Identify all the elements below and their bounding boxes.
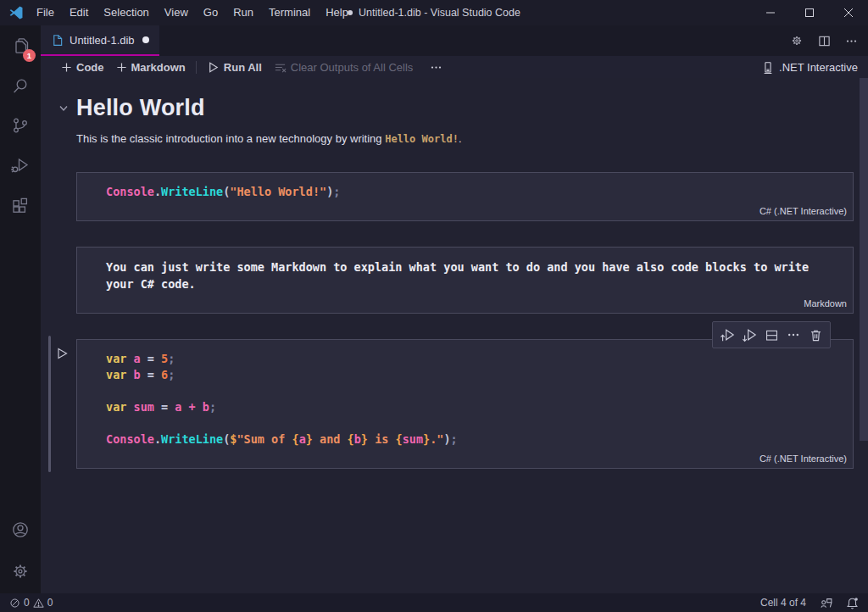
cell-list: Hello World This is the classic introduc… bbox=[41, 95, 868, 469]
execute-below-cells-button[interactable] bbox=[740, 325, 759, 344]
split-editor-icon[interactable] bbox=[818, 35, 831, 47]
kernel-picker[interactable]: .NET Interactive bbox=[761, 61, 868, 74]
status-bar-right: Cell 4 of 4 bbox=[760, 597, 859, 609]
code-cell-1: Console.WriteLine("Hello World!"); C# (.… bbox=[76, 172, 854, 221]
close-button[interactable] bbox=[829, 0, 868, 25]
delete-cell-trash-icon[interactable] bbox=[806, 325, 825, 344]
split-cell-button[interactable] bbox=[762, 325, 781, 344]
minimize-button[interactable] bbox=[751, 0, 790, 25]
feedback-icon[interactable] bbox=[820, 597, 832, 609]
menu-terminal[interactable]: Terminal bbox=[261, 0, 318, 25]
tab-dirty-dot-icon[interactable] bbox=[142, 36, 149, 43]
add-markdown-cell-button[interactable]: Markdown bbox=[110, 61, 192, 74]
window-title-text: Untitled-1.dib - Visual Studio Code bbox=[359, 7, 520, 19]
status-bar: 0 0 Cell 4 of 4 bbox=[0, 593, 868, 612]
configure-gear-icon[interactable] bbox=[790, 34, 804, 47]
run-debug-icon[interactable] bbox=[0, 145, 41, 185]
code-editor-area[interactable]: var a = 5;var b = 6; var sum = a + b; Co… bbox=[77, 340, 853, 448]
vertical-scrollbar[interactable] bbox=[860, 78, 868, 441]
source-control-icon[interactable] bbox=[0, 105, 41, 145]
markdown-cell-rendered[interactable]: Hello World This is the classic introduc… bbox=[76, 95, 854, 145]
execute-above-cells-button[interactable] bbox=[718, 325, 737, 344]
menu-file[interactable]: File bbox=[29, 0, 62, 25]
add-code-cell-button[interactable]: Code bbox=[55, 61, 110, 74]
paragraph-text-end: . bbox=[459, 132, 462, 145]
markdown-cell-source: You can just write some Markdown to expl… bbox=[76, 247, 854, 314]
explorer-badge: 1 bbox=[23, 49, 36, 62]
warning-count: 0 bbox=[47, 597, 53, 609]
clear-outputs-label: Clear Outputs of All Cells bbox=[291, 61, 414, 74]
vscode-window: File Edit Selection View Go Run Terminal… bbox=[0, 0, 868, 612]
search-icon[interactable] bbox=[0, 65, 41, 105]
paragraph-text: This is the classic introduction into a … bbox=[76, 132, 385, 145]
tab-label: Untitled-1.dib bbox=[70, 34, 135, 47]
account-icon[interactable] bbox=[0, 509, 41, 549]
markdown-heading: Hello World bbox=[76, 95, 854, 121]
kernel-label: .NET Interactive bbox=[779, 61, 858, 74]
collapse-chevron-down-icon[interactable] bbox=[58, 103, 70, 114]
error-count: 0 bbox=[24, 597, 30, 609]
explorer-icon[interactable]: 1 bbox=[0, 25, 41, 65]
settings-gear-icon[interactable] bbox=[0, 549, 41, 593]
cell-focus-indicator[interactable] bbox=[48, 336, 51, 472]
maximize-button[interactable] bbox=[790, 0, 829, 25]
unsaved-dot-icon bbox=[348, 10, 353, 15]
warnings-icon bbox=[33, 598, 44, 609]
vscode-logo-icon bbox=[8, 5, 24, 20]
activity-bar: 1 bbox=[0, 25, 41, 593]
notebook-more-actions-icon[interactable] bbox=[424, 61, 448, 74]
run-all-button[interactable]: Run All bbox=[201, 61, 268, 74]
menu-selection[interactable]: Selection bbox=[96, 0, 156, 25]
extensions-icon[interactable] bbox=[0, 185, 41, 225]
notifications-bell-icon[interactable] bbox=[846, 597, 859, 609]
menu-go[interactable]: Go bbox=[196, 0, 225, 25]
code-editor-area[interactable]: Console.WriteLine("Hello World!"); bbox=[77, 173, 853, 200]
editor-more-actions-icon[interactable] bbox=[845, 35, 858, 47]
notebook-editor: Hello World This is the classic introduc… bbox=[41, 78, 868, 593]
add-code-label: Code bbox=[76, 61, 104, 74]
markdown-paragraph: This is the classic introduction into a … bbox=[76, 132, 854, 145]
menu-view[interactable]: View bbox=[157, 0, 196, 25]
cell-more-actions-icon[interactable] bbox=[784, 325, 803, 344]
menu-run[interactable]: Run bbox=[225, 0, 261, 25]
tab-bar: Untitled-1.dib bbox=[41, 25, 868, 56]
notebook-toolbar: Code Markdown Run All Clear Outputs of A… bbox=[41, 56, 868, 78]
tab-untitled-1[interactable]: Untitled-1.dib bbox=[41, 25, 159, 56]
menu-bar: File Edit Selection View Go Run Terminal… bbox=[29, 0, 356, 25]
run-all-label: Run All bbox=[224, 61, 262, 74]
clear-outputs-button[interactable]: Clear Outputs of All Cells bbox=[268, 61, 420, 74]
toolbar-divider bbox=[196, 61, 197, 74]
run-cell-button[interactable] bbox=[55, 347, 69, 360]
cell-language-picker[interactable]: Markdown bbox=[77, 292, 853, 313]
tab-file-icon bbox=[51, 34, 64, 47]
problems-indicator[interactable]: 0 0 bbox=[9, 597, 53, 609]
menu-edit[interactable]: Edit bbox=[62, 0, 96, 25]
tab-actions bbox=[790, 25, 868, 56]
cell-position-indicator[interactable]: Cell 4 of 4 bbox=[760, 597, 806, 609]
cell-language-picker[interactable]: C# (.NET Interactive) bbox=[77, 200, 853, 220]
markdown-editor-area[interactable]: You can just write some Markdown to expl… bbox=[77, 248, 853, 292]
window-title: Untitled-1.dib - Visual Studio Code bbox=[348, 7, 520, 19]
add-markdown-label: Markdown bbox=[131, 61, 186, 74]
cell-language-picker[interactable]: C# (.NET Interactive) bbox=[77, 448, 853, 468]
inline-code: Hello World! bbox=[385, 133, 459, 145]
window-controls bbox=[751, 0, 868, 25]
code-cell-2: var a = 5;var b = 6; var sum = a + b; Co… bbox=[76, 339, 854, 469]
errors-icon bbox=[9, 598, 20, 609]
cell-hover-toolbar bbox=[712, 321, 831, 348]
kernel-icon bbox=[761, 61, 774, 74]
title-bar: File Edit Selection View Go Run Terminal… bbox=[0, 0, 868, 25]
